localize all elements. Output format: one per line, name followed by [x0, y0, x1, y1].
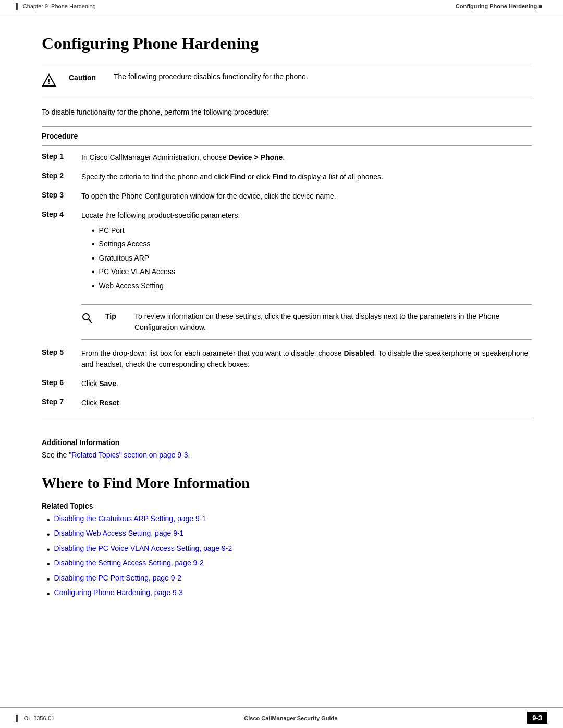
step-1-row: Step 1 In Cisco CallManager Administrati… — [42, 150, 532, 165]
step-2-bold1: Find — [230, 172, 246, 181]
svg-line-3 — [89, 319, 92, 323]
list-item: Disabling the Gratuitous ARP Setting, pa… — [47, 514, 532, 526]
additional-info-text: See the "Related Topics" section on page… — [42, 451, 532, 459]
related-topics-title: Related Topics — [42, 502, 532, 510]
footer-center: Cisco CallManager Security Guide — [244, 715, 337, 721]
step-2-text-after: to display a list of all phones. — [288, 172, 383, 181]
related-topics: Related Topics Disabling the Gratuitous … — [42, 502, 532, 600]
list-item-gratuitous-arp: Gratuitous ARP — [92, 253, 532, 264]
tip-box: Tip To review information on these setti… — [81, 304, 532, 340]
step-3-label: Step 3 — [42, 191, 73, 199]
intro-text: To disable functionality for the phone, … — [42, 107, 532, 118]
step-7-row: Step 7 Click Reset. — [42, 396, 532, 411]
step-1-label: Step 1 — [42, 152, 73, 161]
list-item-pc-voice-vlan: PC Voice VLAN Access — [92, 266, 532, 278]
header-chapter: Chapter 9 — [23, 3, 48, 9]
step-6-text-after: . — [116, 379, 118, 388]
related-topics-link[interactable]: "Related Topics" section on page 9-3 — [69, 451, 188, 459]
link-setting-access[interactable]: Disabling the Setting Access Setting, pa… — [54, 559, 204, 567]
header-chapter-title: Phone Hardening — [51, 3, 96, 9]
section2-title: Where to Find More Information — [42, 475, 532, 491]
step-6-label: Step 6 — [42, 378, 73, 387]
link-gratuitous-arp[interactable]: Disabling the Gratuitous ARP Setting, pa… — [54, 514, 206, 523]
step-6-content: Click Save. — [81, 378, 532, 389]
step-4-content: Locate the following product-specific pa… — [81, 210, 532, 296]
steps-container: Step 1 In Cisco CallManager Administrati… — [42, 150, 532, 411]
header-right-icon: ■ — [538, 3, 542, 9]
step-1-text-after: . — [283, 153, 285, 162]
list-item: Disabling the Setting Access Setting, pa… — [47, 559, 532, 570]
step-3-row: Step 3 To open the Phone Configuration w… — [42, 189, 532, 204]
step-5-row: Step 5 From the drop-down list box for e… — [42, 346, 532, 372]
step-5-label: Step 5 — [42, 348, 73, 356]
page-header: ▌ Chapter 9 Phone Hardening Configuring … — [0, 0, 563, 13]
svg-text:!: ! — [48, 78, 50, 85]
link-pc-voice-vlan[interactable]: Disabling the PC Voice VLAN Access Setti… — [54, 544, 232, 552]
step-7-text-before: Click — [81, 399, 99, 407]
parameters-list: PC Port Settings Access Gratuitous ARP P… — [92, 225, 532, 292]
tip-content: To review information on these settings,… — [134, 311, 532, 333]
header-left: ▌ Chapter 9 Phone Hardening — [16, 3, 96, 9]
step-6-row: Step 6 Click Save. — [42, 376, 532, 391]
procedure-label: Procedure — [42, 126, 532, 146]
link-web-access[interactable]: Disabling Web Access Setting, page 9-1 — [54, 529, 184, 537]
related-topics-list: Disabling the Gratuitous ARP Setting, pa… — [47, 514, 532, 600]
step-7-text-after: . — [119, 399, 121, 407]
page-footer: ▌ OL-8356-01 Cisco CallManager Security … — [0, 707, 563, 728]
caution-icon: ! — [42, 72, 60, 90]
step-7-label: Step 7 — [42, 398, 73, 406]
step-3-content: To open the Phone Configuration window f… — [81, 191, 532, 202]
additional-info-end: . — [188, 451, 190, 459]
caution-text: The following procedure disables functio… — [114, 72, 532, 81]
list-item-settings-access: Settings Access — [92, 239, 532, 250]
list-item: Disabling Web Access Setting, page 9-1 — [47, 529, 532, 540]
step-4-text: Locate the following product-specific pa… — [81, 211, 240, 219]
list-item: Disabling the PC Voice VLAN Access Setti… — [47, 544, 532, 556]
tip-icon — [81, 311, 97, 326]
step-7-content: Click Reset. — [81, 398, 532, 409]
step-1-text-before: In Cisco CallManager Administration, cho… — [81, 153, 228, 162]
header-left-icon: ▌ — [16, 3, 20, 9]
footer-page-number: 9-3 — [527, 712, 547, 724]
link-configuring-hardening[interactable]: Configuring Phone Hardening, page 9-3 — [54, 588, 183, 597]
step-2-text-mid: or click — [246, 172, 272, 181]
step-2-bold2: Find — [273, 172, 288, 181]
tip-search-icon — [81, 312, 93, 324]
step-2-row: Step 2 Specify the criteria to find the … — [42, 169, 532, 184]
link-pc-port[interactable]: Disabling the PC Port Setting, page 9-2 — [54, 574, 181, 582]
footer-left-icon: ▌ — [16, 715, 20, 721]
list-item-pc-port: PC Port — [92, 225, 532, 237]
step-6-text-before: Click — [81, 379, 99, 388]
svg-point-2 — [83, 314, 89, 320]
header-right: Configuring Phone Hardening ■ — [456, 3, 542, 9]
step-6-bold: Save — [99, 379, 116, 388]
footer-left: ▌ OL-8356-01 — [16, 715, 55, 721]
step-4-row: Step 4 Locate the following product-spec… — [42, 208, 532, 298]
step-5-bold: Disabled — [344, 349, 374, 357]
steps-divider — [42, 419, 532, 419]
caution-box: ! Caution The following procedure disabl… — [42, 66, 532, 96]
step-2-content: Specify the criteria to find the phone a… — [81, 171, 532, 182]
step-1-content: In Cisco CallManager Administration, cho… — [81, 152, 532, 163]
step-5-text-before: From the drop-down list box for each par… — [81, 349, 344, 357]
step-4-label: Step 4 — [42, 210, 73, 218]
tip-label: Tip — [105, 311, 126, 320]
step-7-bold: Reset — [99, 399, 119, 407]
header-right-text: Configuring Phone Hardening — [456, 3, 537, 9]
additional-info-prefix: See the — [42, 451, 69, 459]
footer-doc-id: OL-8356-01 — [24, 715, 55, 721]
step-2-text-before: Specify the criteria to find the phone a… — [81, 172, 230, 181]
list-item: Configuring Phone Hardening, page 9-3 — [47, 588, 532, 600]
additional-info: Additional Information See the "Related … — [42, 432, 532, 459]
list-item: Disabling the PC Port Setting, page 9-2 — [47, 574, 532, 585]
section1-title: Configuring Phone Hardening — [42, 34, 532, 53]
caution-label: Caution — [69, 72, 105, 82]
list-item-web-access: Web Access Setting — [92, 280, 532, 292]
step-1-bold: Device > Phone — [228, 153, 283, 162]
step-2-label: Step 2 — [42, 171, 73, 180]
step-5-content: From the drop-down list box for each par… — [81, 348, 532, 370]
main-content: Configuring Phone Hardening ! Caution Th… — [0, 13, 563, 634]
caution-triangle-icon: ! — [42, 73, 56, 88]
additional-info-title: Additional Information — [42, 438, 532, 447]
